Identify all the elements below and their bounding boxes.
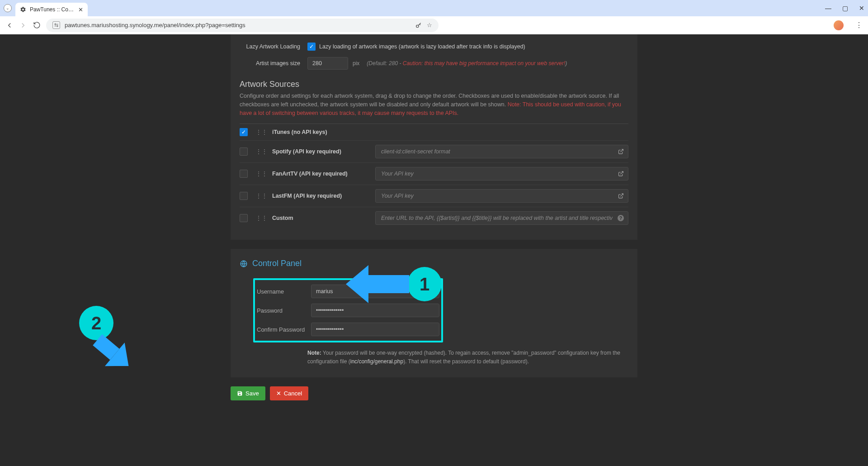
source-checkbox[interactable] (240, 192, 248, 200)
lazy-loading-desc: Lazy loading of artwork images (artwork … (319, 43, 525, 50)
back-icon[interactable] (5, 21, 14, 29)
window-close-icon[interactable]: ✕ (859, 5, 864, 12)
source-name: iTunes (no API keys) (272, 129, 327, 135)
artwork-sources-title: Artwork Sources (240, 80, 628, 89)
artwork-sources-desc: Configure order and settings for each ar… (240, 92, 628, 117)
drag-handle-icon[interactable]: ⋮⋮ (256, 215, 268, 221)
source-row-custom[interactable]: ⋮⋮ Custom ? (240, 207, 628, 229)
window-maximize-icon[interactable]: ▢ (842, 5, 848, 12)
external-link-icon[interactable] (618, 193, 624, 199)
key-icon[interactable] (415, 22, 422, 29)
drag-handle-icon[interactable]: ⋮⋮ (256, 148, 268, 155)
gear-icon (20, 6, 26, 13)
artist-image-size-hint: (Default: 280 - Caution: this may have b… (367, 60, 567, 67)
url-text: pawtunes.mariushosting.synology.me/panel… (65, 22, 410, 29)
fanarttv-api-input[interactable] (375, 167, 628, 181)
spotify-api-input[interactable] (375, 145, 628, 158)
source-name: Custom (272, 215, 293, 221)
callout-1-number: 1 (407, 267, 442, 301)
close-icon[interactable]: ✕ (78, 6, 83, 13)
confirm-password-label: Confirm Password (257, 326, 311, 333)
browser-tab[interactable]: PawTunes :: Control P ✕ (15, 3, 88, 16)
kebab-menu-icon[interactable]: ⋮ (855, 21, 863, 29)
artist-image-size-input[interactable] (307, 57, 348, 70)
password-note: Note: Your password will be one-way encr… (307, 349, 628, 366)
save-button-label: Save (245, 390, 259, 397)
site-settings-icon[interactable]: ⇆ (52, 21, 60, 29)
drag-handle-icon[interactable]: ⋮⋮ (256, 171, 268, 177)
svg-point-0 (416, 25, 419, 27)
artist-image-size-label: Artist images size (240, 60, 307, 67)
forward-icon[interactable] (19, 21, 27, 29)
reload-icon[interactable] (33, 21, 41, 29)
source-name: LastFM (API key required) (272, 193, 342, 199)
lastfm-api-input[interactable] (375, 189, 628, 203)
cancel-button-label: Cancel (284, 390, 302, 397)
source-checkbox[interactable] (240, 170, 248, 178)
source-checkbox[interactable] (240, 214, 248, 222)
help-icon[interactable]: ? (618, 215, 624, 221)
source-name: Spotify (API key required) (272, 148, 341, 155)
globe-icon (240, 260, 248, 268)
callout-2: 2 (79, 306, 133, 368)
confirm-password-input[interactable] (311, 323, 439, 336)
password-label: Password (257, 307, 311, 314)
cancel-button[interactable]: ✕ Cancel (270, 386, 308, 400)
source-row-lastfm[interactable]: ⋮⋮ LastFM (API key required) (240, 185, 628, 207)
lazy-loading-label: Lazy Artwork Loading (240, 43, 307, 50)
save-button[interactable]: Save (231, 386, 265, 400)
external-link-icon[interactable] (618, 149, 624, 155)
cancel-icon: ✕ (276, 390, 281, 397)
drag-handle-icon[interactable]: ⋮⋮ (256, 193, 268, 199)
pixel-suffix: pix (353, 60, 359, 67)
save-icon (237, 390, 243, 396)
callout-1: 1 (346, 265, 442, 303)
window-minimize-icon[interactable]: — (825, 5, 831, 12)
tab-dropdown-icon[interactable]: ⌄ (4, 4, 12, 12)
external-link-icon[interactable] (618, 171, 624, 177)
source-row-spotify[interactable]: ⋮⋮ Spotify (API key required) (240, 141, 628, 163)
source-row-itunes[interactable]: ✓ ⋮⋮ iTunes (no API keys) (240, 124, 628, 141)
address-bar[interactable]: ⇆ pawtunes.mariushosting.synology.me/pan… (46, 19, 439, 32)
avatar[interactable] (834, 20, 844, 30)
password-input[interactable] (311, 304, 439, 317)
lazy-loading-checkbox[interactable]: ✓ (307, 43, 316, 51)
source-name: FanArtTV (API key required) (272, 171, 348, 177)
custom-api-input[interactable] (375, 211, 628, 225)
username-label: Username (257, 288, 311, 295)
source-row-fanarttv[interactable]: ⋮⋮ FanArtTV (API key required) (240, 163, 628, 185)
control-panel-title: Control Panel (252, 259, 302, 268)
source-checkbox[interactable] (240, 147, 248, 156)
drag-handle-icon[interactable]: ⋮⋮ (256, 129, 268, 135)
star-icon[interactable]: ☆ (427, 22, 432, 29)
tab-title: PawTunes :: Control P (30, 6, 75, 13)
source-checkbox[interactable]: ✓ (240, 128, 248, 136)
